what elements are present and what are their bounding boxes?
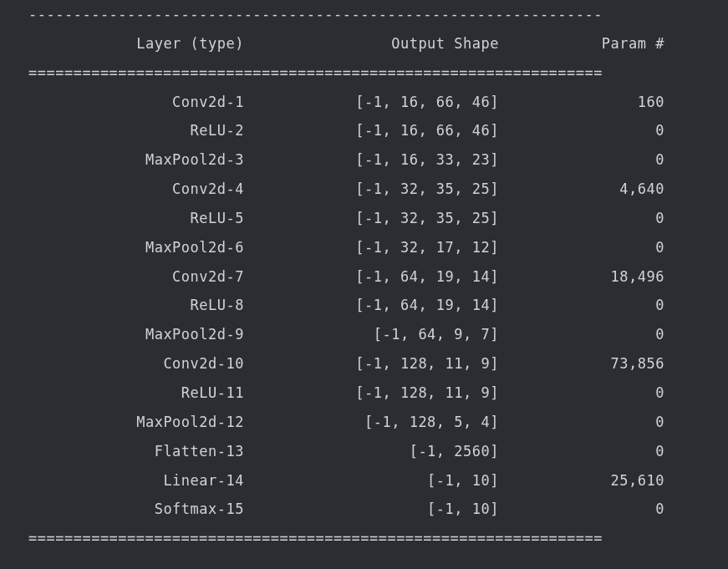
table-row: MaxPool2d-3[-1, 16, 33, 23]0 [28, 145, 700, 175]
cell-shape: [-1, 32, 17, 12] [244, 233, 499, 262]
cell-shape: [-1, 16, 66, 46] [244, 116, 499, 145]
cell-layer: MaxPool2d-12 [28, 408, 244, 437]
cell-params: 0 [499, 378, 664, 408]
table-row: Conv2d-10[-1, 128, 11, 9]73,856 [28, 349, 700, 378]
table-row: MaxPool2d-9[-1, 64, 9, 7]0 [28, 320, 700, 349]
table-row: Softmax-15[-1, 10]0 [28, 495, 700, 524]
cell-shape: [-1, 32, 35, 25] [244, 204, 499, 233]
cell-params: 25,610 [499, 466, 664, 495]
cell-shape: [-1, 64, 9, 7] [244, 320, 499, 349]
table-row: Flatten-13[-1, 2560]0 [28, 437, 700, 466]
cell-shape: [-1, 128, 5, 4] [244, 408, 499, 437]
cell-params: 0 [499, 320, 664, 349]
cell-shape: [-1, 128, 11, 9] [244, 378, 499, 408]
cell-shape: [-1, 10] [244, 466, 499, 495]
cell-params: 0 [499, 408, 664, 437]
table-row: ReLU-2[-1, 16, 66, 46]0 [28, 116, 700, 145]
cell-layer: Flatten-13 [28, 437, 244, 466]
table-row: ReLU-5[-1, 32, 35, 25]0 [28, 204, 700, 233]
model-summary: ----------------------------------------… [0, 0, 728, 569]
cell-params: 73,856 [499, 349, 664, 378]
cell-params: 4,640 [499, 175, 664, 204]
cell-shape: [-1, 2560] [244, 437, 499, 466]
table-row: MaxPool2d-6[-1, 32, 17, 12]0 [28, 233, 700, 262]
table-row: Conv2d-4[-1, 32, 35, 25]4,640 [28, 175, 700, 204]
table-row: Conv2d-1[-1, 16, 66, 46]160 [28, 88, 700, 117]
cell-shape: [-1, 128, 11, 9] [244, 349, 499, 378]
header-row: Layer (type)Output ShapeParam # [28, 29, 700, 58]
cell-shape: [-1, 10] [244, 495, 499, 524]
header-params: Param # [499, 29, 664, 58]
cell-layer: MaxPool2d-3 [28, 145, 244, 175]
cell-layer: Conv2d-7 [28, 262, 244, 292]
cell-shape: [-1, 16, 66, 46] [244, 88, 499, 117]
cell-layer: Conv2d-1 [28, 88, 244, 117]
cell-layer: MaxPool2d-6 [28, 233, 244, 262]
rule-mid: ========================================… [28, 58, 700, 88]
cell-layer: ReLU-5 [28, 204, 244, 233]
table-row: Conv2d-7[-1, 64, 19, 14]18,496 [28, 262, 700, 292]
cell-layer: Conv2d-4 [28, 175, 244, 204]
header-shape: Output Shape [244, 29, 499, 58]
cell-params: 160 [499, 88, 664, 117]
table-body: Conv2d-1[-1, 16, 66, 46]160ReLU-2[-1, 16… [28, 88, 700, 525]
table-row: ReLU-8[-1, 64, 19, 14]0 [28, 291, 700, 320]
cell-shape: [-1, 32, 35, 25] [244, 175, 499, 204]
cell-params: 0 [499, 233, 664, 262]
cell-layer: ReLU-2 [28, 116, 244, 145]
cell-shape: [-1, 64, 19, 14] [244, 262, 499, 292]
table-row: Linear-14[-1, 10]25,610 [28, 466, 700, 495]
cell-shape: [-1, 64, 19, 14] [244, 291, 499, 320]
cell-layer: ReLU-8 [28, 291, 244, 320]
cell-layer: MaxPool2d-9 [28, 320, 244, 349]
rule-top: ----------------------------------------… [28, 0, 700, 29]
cell-layer: Softmax-15 [28, 495, 244, 524]
cell-params: 0 [499, 495, 664, 524]
cell-layer: Conv2d-10 [28, 349, 244, 378]
cell-params: 0 [499, 145, 664, 175]
table-row: MaxPool2d-12[-1, 128, 5, 4]0 [28, 408, 700, 437]
cell-layer: ReLU-11 [28, 378, 244, 408]
cell-params: 0 [499, 204, 664, 233]
cell-layer: Linear-14 [28, 466, 244, 495]
header-layer: Layer (type) [28, 29, 244, 58]
cell-params: 0 [499, 116, 664, 145]
cell-shape: [-1, 16, 33, 23] [244, 145, 499, 175]
table-row: ReLU-11[-1, 128, 11, 9]0 [28, 378, 700, 408]
cell-params: 18,496 [499, 262, 664, 292]
cell-params: 0 [499, 437, 664, 466]
cell-params: 0 [499, 291, 664, 320]
rule-bottom: ========================================… [28, 524, 700, 553]
